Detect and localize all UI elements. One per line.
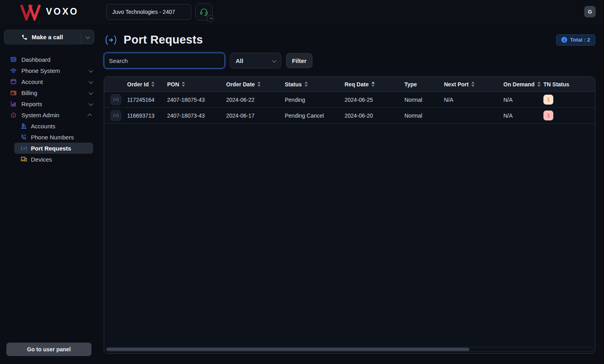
search-input[interactable] bbox=[109, 57, 220, 64]
cell-req-date: 2024-06-20 bbox=[345, 112, 404, 119]
sidebar-item-label: Reports bbox=[21, 101, 42, 107]
top-header: VOXO Juvo Technologies - 2407 G bbox=[0, 0, 604, 24]
sort-icon-active-desc bbox=[372, 82, 375, 87]
billing-icon bbox=[10, 89, 17, 96]
cell-pon: 2407-18073-43 bbox=[167, 112, 226, 119]
cell-status: Pending Cancel bbox=[285, 112, 345, 119]
open-port-request-button[interactable] bbox=[111, 94, 121, 105]
dashboard-icon bbox=[10, 56, 17, 63]
devices-icon bbox=[20, 156, 28, 163]
accounts-icon bbox=[20, 122, 28, 130]
port-requests-icon bbox=[112, 97, 119, 102]
sidebar-item-label: Port Requests bbox=[31, 145, 71, 152]
sidebar-item-account[interactable]: Account bbox=[0, 76, 98, 87]
brand-logo: VOXO bbox=[20, 3, 78, 21]
column-header-tn-status: TN Status bbox=[543, 81, 595, 88]
make-a-call-button[interactable]: Make a call bbox=[4, 30, 94, 44]
type-filter-select[interactable]: All bbox=[230, 53, 281, 69]
filter-button[interactable]: Filter bbox=[286, 53, 312, 68]
chevron-down-icon bbox=[89, 78, 92, 85]
column-header-req-date[interactable]: Req Date bbox=[345, 81, 404, 88]
total-badge-label: Total : 2 bbox=[570, 37, 590, 43]
type-filter-value: All bbox=[236, 57, 243, 64]
column-header-status[interactable]: Status bbox=[285, 81, 345, 88]
sidebar-item-label: Accounts bbox=[31, 123, 55, 130]
main-content: Port Requests i Total : 2 All Filter Ord… bbox=[98, 24, 604, 364]
sidebar-item-port-requests[interactable]: Port Requests bbox=[14, 143, 93, 154]
user-avatar[interactable]: G bbox=[584, 6, 596, 17]
page-title: Port Requests bbox=[124, 33, 203, 46]
phone-icon bbox=[21, 34, 28, 40]
cell-req-date: 2024-06-25 bbox=[345, 97, 404, 103]
sidebar-item-accounts[interactable]: Accounts bbox=[14, 120, 93, 131]
sidebar-nav: Dashboard Phone System Account bbox=[0, 54, 98, 165]
reports-icon bbox=[10, 100, 17, 107]
chevron-down-icon bbox=[210, 17, 212, 19]
column-header-on-demand[interactable]: On Demand bbox=[503, 81, 543, 88]
account-selector[interactable]: Juvo Technologies - 2407 bbox=[106, 4, 191, 20]
cell-pon: 2407-18075-43 bbox=[167, 97, 226, 103]
sidebar-item-phone-system[interactable]: Phone System bbox=[0, 65, 98, 76]
horizontal-scrollbar-thumb[interactable] bbox=[107, 348, 469, 351]
sidebar-item-label: Phone System bbox=[21, 67, 60, 74]
sort-icon bbox=[182, 82, 185, 87]
sort-icon bbox=[151, 82, 154, 87]
sidebar-item-dashboard[interactable]: Dashboard bbox=[0, 54, 98, 65]
headset-expand-badge[interactable] bbox=[207, 15, 214, 22]
cell-status: Pending bbox=[285, 97, 345, 103]
chevron-down-icon bbox=[89, 67, 92, 74]
cell-next-port: N/A bbox=[444, 97, 503, 103]
phone-system-icon bbox=[10, 67, 17, 74]
table-row[interactable]: 117245164 2407-18075-43 2024-06-22 Pendi… bbox=[104, 92, 595, 108]
chevron-down-icon bbox=[86, 34, 90, 38]
cell-type: Normal bbox=[404, 112, 444, 119]
table-row[interactable]: 116693713 2407-18073-43 2024-06-17 Pendi… bbox=[104, 108, 595, 124]
cell-order-date: 2024-06-17 bbox=[226, 112, 285, 119]
chevron-down-icon bbox=[272, 57, 275, 64]
sidebar-item-label: Billing bbox=[21, 90, 37, 96]
cell-order-id: 117245164 bbox=[127, 97, 167, 103]
sidebar-item-label: Dashboard bbox=[21, 56, 50, 63]
sort-icon bbox=[537, 82, 541, 87]
cell-type: Normal bbox=[404, 97, 444, 103]
chevron-down-icon bbox=[89, 89, 92, 96]
sort-icon bbox=[471, 82, 474, 87]
sidebar-item-billing[interactable]: Billing bbox=[0, 87, 98, 98]
column-header-type: Type bbox=[404, 81, 444, 88]
chevron-down-icon bbox=[89, 100, 92, 107]
headset-button[interactable] bbox=[195, 3, 213, 21]
open-port-request-button[interactable] bbox=[111, 110, 121, 121]
account-icon bbox=[10, 78, 17, 85]
column-header-pon[interactable]: PON bbox=[167, 81, 226, 88]
make-a-call-options-button[interactable] bbox=[80, 30, 94, 44]
chevron-up-icon bbox=[89, 111, 92, 118]
make-a-call-label: Make a call bbox=[32, 34, 63, 40]
sort-icon bbox=[257, 82, 261, 87]
cell-order-date: 2024-06-22 bbox=[226, 97, 285, 103]
sidebar-item-system-admin[interactable]: System Admin bbox=[0, 109, 98, 120]
headset-icon bbox=[199, 7, 209, 17]
sidebar: Make a call Dashboard Phone System bbox=[0, 24, 98, 364]
column-header-order-id[interactable]: Order Id bbox=[127, 81, 167, 88]
sort-icon bbox=[305, 82, 308, 87]
go-to-user-panel-button[interactable]: Go to user panel bbox=[6, 343, 91, 356]
phone-numbers-icon: # bbox=[20, 133, 28, 141]
column-header-order-date[interactable]: Order Date bbox=[226, 81, 285, 88]
port-requests-icon bbox=[104, 34, 118, 46]
sidebar-item-label: Account bbox=[21, 78, 43, 85]
cell-on-demand: N/A bbox=[503, 112, 543, 119]
sidebar-item-devices[interactable]: Devices bbox=[14, 154, 93, 165]
system-admin-icon bbox=[10, 111, 17, 118]
svg-text:#: # bbox=[24, 134, 26, 137]
info-icon: i bbox=[561, 37, 567, 43]
brand-name: VOXO bbox=[46, 6, 78, 17]
sidebar-item-phone-numbers[interactable]: # Phone Numbers bbox=[14, 131, 93, 143]
voxo-logo-icon bbox=[20, 3, 41, 21]
column-header-next-port[interactable]: Next Port bbox=[444, 81, 503, 88]
sidebar-item-label: System Admin bbox=[21, 112, 59, 118]
horizontal-scrollbar bbox=[106, 347, 593, 352]
sidebar-item-reports[interactable]: Reports bbox=[0, 98, 98, 109]
port-requests-table: Order Id PON Order Date Status Req Date bbox=[104, 76, 595, 354]
tn-status-badge[interactable]: 1 bbox=[543, 111, 553, 120]
tn-status-badge[interactable]: 1 bbox=[543, 95, 553, 105]
